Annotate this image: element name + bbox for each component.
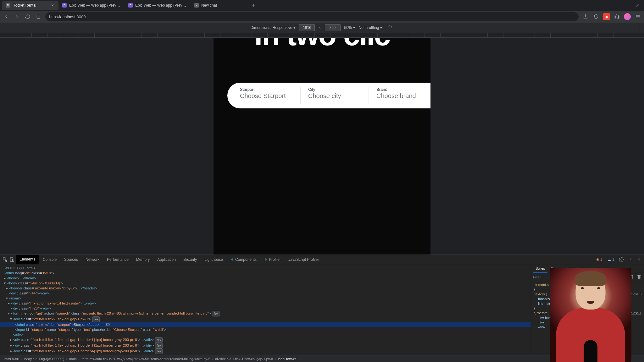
breadcrumb-item[interactable]: main xyxy=(67,357,79,361)
shield-icon[interactable] xyxy=(592,13,600,20)
devtools-tab-javascript-profiler[interactable]: JavaScript Profiler xyxy=(285,255,323,264)
tab-title: Rocket Rental xyxy=(13,3,48,8)
chevron-down-icon: ▾ xyxy=(380,25,382,30)
dom-node[interactable]: ▸<header class="mx-auto max-w-7xl py-6">… xyxy=(0,286,531,291)
dom-node[interactable]: ▸<div class="flex h-full flex-1 flex-col… xyxy=(0,343,531,348)
tab-strip: RRocket Rental×EEpic Web — Web app (Prev… xyxy=(0,0,644,11)
dom-node[interactable]: <label class="text-xs" for="starport">St… xyxy=(0,322,531,327)
device-toggle-icon[interactable] xyxy=(9,256,15,263)
browser-tab[interactable]: ●New chat xyxy=(191,1,247,10)
drag-handle-icon[interactable]: ═══ xyxy=(318,254,326,255)
dom-node[interactable]: ▾<main> xyxy=(0,296,531,301)
brand-input[interactable] xyxy=(376,92,429,100)
search-form: Starport City Brand xyxy=(227,83,430,108)
devtools-tab-sources[interactable]: Sources xyxy=(60,255,82,264)
close-icon[interactable]: × xyxy=(50,3,55,8)
forward-button[interactable] xyxy=(13,13,21,20)
tab-title: Epic Web — Web app (Preview file) xyxy=(69,3,121,8)
browser-tab[interactable]: EEpic Web — Web app (Preview file) xyxy=(125,1,191,10)
layout-icon[interactable] xyxy=(636,274,642,280)
dom-node[interactable]: <input id="starport" name="starport" typ… xyxy=(0,327,531,332)
devtools-tab-profiler[interactable]: ⚛ Profiler xyxy=(260,255,285,264)
devtools-tab-components[interactable]: ⚛ Components xyxy=(227,255,260,264)
dom-node[interactable]: <!DOCTYPE html> xyxy=(0,266,531,271)
reload-button[interactable] xyxy=(24,13,31,20)
devtools-tabs: ElementsConsoleSourcesNetworkPerformance… xyxy=(0,255,644,264)
search-segment-brand[interactable]: Brand xyxy=(369,87,430,104)
dom-node[interactable]: </div> xyxy=(0,332,531,337)
devtools-tab-elements[interactable]: Elements xyxy=(16,255,39,264)
devtools-tab-security[interactable]: Security xyxy=(180,255,201,264)
inspect-icon[interactable] xyxy=(2,256,8,263)
extensions-icon[interactable] xyxy=(613,13,621,20)
devtools-tab-performance[interactable]: Performance xyxy=(103,255,132,264)
tab-favicon: E xyxy=(62,3,67,8)
search-segment-city[interactable]: City xyxy=(300,87,369,104)
segment-label: Starport xyxy=(240,87,293,92)
breadcrumb-item[interactable]: div.flex.h-full.flex-1.flex-col.gap-1.px… xyxy=(213,357,275,361)
search-segment-starport[interactable]: Starport xyxy=(237,87,300,104)
zoom-value: 50% xyxy=(344,25,352,30)
profile-avatar[interactable] xyxy=(624,13,631,20)
segment-label: City xyxy=(308,87,361,92)
devtools-tab-lighthouse[interactable]: Lighthouse xyxy=(201,255,227,264)
device-menu-icon[interactable]: ⋮ xyxy=(637,25,641,30)
new-tab-button[interactable]: + xyxy=(249,1,258,10)
dom-node[interactable]: ▸<head>…</head> xyxy=(0,276,531,281)
dom-node[interactable]: <div class="h-28"></div> xyxy=(0,306,531,311)
throttle-dropdown[interactable]: No throttling ▾ xyxy=(359,25,382,30)
dom-node[interactable]: <html lang="en" class="h-full"> xyxy=(0,271,531,276)
dom-node[interactable]: ▸<div class="mx-auto max-w-3xl text-cent… xyxy=(0,301,531,306)
svg-rect-0 xyxy=(37,15,40,19)
device-toolbar: Dimensions: Responsive ▾ × 50% ▾ No thro… xyxy=(0,23,644,33)
viewport-area: in two clic Starport City Brand ═══ ║ ⋰ xyxy=(0,38,644,255)
dimensions-mode: Responsive xyxy=(273,25,292,30)
dom-node[interactable]: ▸<div class="flex h-full flex-1 flex-col… xyxy=(0,337,531,343)
starport-input[interactable] xyxy=(240,92,293,100)
devtools-tab-application[interactable]: Application xyxy=(153,255,180,264)
url-bar[interactable]: http://localhost:3000 xyxy=(45,12,579,21)
more-icon[interactable]: ⋮ xyxy=(627,256,633,263)
width-input[interactable] xyxy=(299,24,315,31)
tab-styles[interactable]: Styles xyxy=(533,264,547,273)
chevron-down-icon: ▾ xyxy=(293,25,295,30)
svg-rect-11 xyxy=(639,275,641,279)
zoom-dropdown[interactable]: 50% ▾ xyxy=(344,25,355,30)
breadcrumb-item[interactable]: html.h-full xyxy=(3,357,21,361)
browser-tab[interactable]: RRocket Rental× xyxy=(2,1,58,10)
dom-node[interactable]: ▾<div class="flex h-full flex-1 flex-col… xyxy=(0,316,531,322)
info-badge[interactable]: ▬ 1 xyxy=(606,257,616,262)
settings-icon[interactable] xyxy=(618,256,625,263)
dom-breadcrumb: html.h-full›body.h-full.bg-\[\#090909\]›… xyxy=(0,355,644,362)
url-prefix: http:// xyxy=(49,14,59,19)
window-expand-icon[interactable]: ⤢ xyxy=(636,3,642,8)
share-icon[interactable] xyxy=(582,13,589,20)
hero-text: in two clic xyxy=(214,38,430,52)
dimensions-dropdown[interactable]: Dimensions: Responsive ▾ xyxy=(251,25,296,30)
throttle-value: No throttling xyxy=(359,25,379,30)
breadcrumb-item[interactable]: body.h-full.bg-\[\#090909\] xyxy=(22,357,66,361)
device-frame[interactable]: in two clic Starport City Brand ═══ xyxy=(214,38,430,255)
back-button[interactable] xyxy=(3,13,10,20)
city-input[interactable] xyxy=(308,92,361,100)
devtools-tab-network[interactable]: Network xyxy=(82,255,103,264)
rotate-icon[interactable] xyxy=(386,24,393,31)
browser-menu-icon[interactable] xyxy=(634,13,641,20)
home-button[interactable] xyxy=(35,13,42,20)
height-input[interactable] xyxy=(325,24,341,31)
dom-tree[interactable]: <!DOCTYPE html> <html lang="en" class="h… xyxy=(0,264,531,355)
devtools-panel: ElementsConsoleSourcesNetworkPerformance… xyxy=(0,255,644,362)
dom-node[interactable]: ▾<body class="h-full bg-[#090909]"> xyxy=(0,281,531,286)
error-badge[interactable]: ◉ 1 xyxy=(595,257,604,262)
breadcrumb-item[interactable]: form.mx-auto.flex.h-20.w-\[80vw\].max-w-… xyxy=(80,357,212,361)
dom-node[interactable]: <div class="h-44"></div> xyxy=(0,291,531,296)
devtools-tab-console[interactable]: Console xyxy=(39,255,60,264)
webcam-overlay xyxy=(550,268,631,362)
dom-node[interactable]: ▸<div class="flex h-full flex-1 flex-col… xyxy=(0,348,531,354)
extension-icon-1[interactable]: ◆ xyxy=(603,13,610,20)
close-icon[interactable]: ✕ xyxy=(636,256,642,263)
breadcrumb-item[interactable]: label.text-xs xyxy=(276,357,298,361)
browser-tab[interactable]: EEpic Web — Web app (Preview file) xyxy=(58,1,125,10)
devtools-tab-memory[interactable]: Memory xyxy=(132,255,153,264)
dom-node[interactable]: ▾<form method="get" action="/search" cla… xyxy=(0,311,531,316)
